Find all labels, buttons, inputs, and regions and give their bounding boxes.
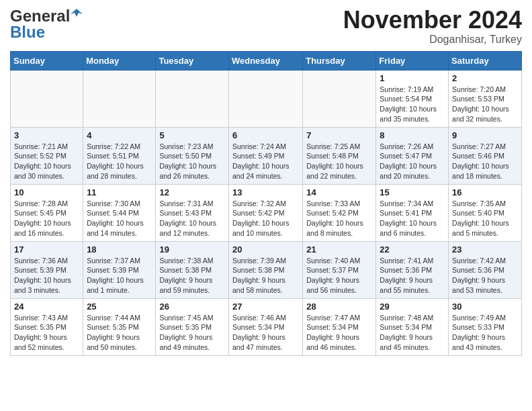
table-row: 17Sunrise: 7:36 AMSunset: 5:39 PMDayligh… xyxy=(11,241,83,298)
table-row xyxy=(228,70,302,127)
day-info: Sunrise: 7:25 AMSunset: 5:48 PMDaylight:… xyxy=(306,142,372,181)
day-info: Sunrise: 7:42 AMSunset: 5:36 PMDaylight:… xyxy=(452,256,518,295)
day-info: Sunrise: 7:24 AMSunset: 5:49 PMDaylight:… xyxy=(232,142,299,181)
table-row: 18Sunrise: 7:37 AMSunset: 5:39 PMDayligh… xyxy=(83,241,156,298)
table-row: 5Sunrise: 7:23 AMSunset: 5:50 PMDaylight… xyxy=(156,127,229,184)
day-info: Sunrise: 7:30 AMSunset: 5:44 PMDaylight:… xyxy=(87,199,152,238)
day-info: Sunrise: 7:43 AMSunset: 5:35 PMDaylight:… xyxy=(14,313,79,353)
day-number: 22 xyxy=(380,244,445,255)
day-number: 8 xyxy=(380,130,445,140)
day-number: 15 xyxy=(380,187,445,197)
day-info: Sunrise: 7:26 AMSunset: 5:47 PMDaylight:… xyxy=(380,142,445,181)
table-row xyxy=(156,70,229,127)
day-number: 24 xyxy=(14,302,79,312)
table-row: 3Sunrise: 7:21 AMSunset: 5:52 PMDaylight… xyxy=(11,127,83,184)
day-info: Sunrise: 7:41 AMSunset: 5:36 PMDaylight:… xyxy=(380,256,445,295)
table-row: 21Sunrise: 7:40 AMSunset: 5:37 PMDayligh… xyxy=(303,241,376,298)
calendar-week-row: 3Sunrise: 7:21 AMSunset: 5:52 PMDaylight… xyxy=(11,127,522,184)
page: General Blue November 2024 Doganhisar, T… xyxy=(0,0,532,366)
day-number: 18 xyxy=(87,244,152,255)
day-info: Sunrise: 7:27 AMSunset: 5:46 PMDaylight:… xyxy=(452,142,518,181)
day-number: 2 xyxy=(452,73,518,83)
day-number: 1 xyxy=(380,73,445,83)
table-row: 4Sunrise: 7:22 AMSunset: 5:51 PMDaylight… xyxy=(83,127,156,184)
title-block: November 2024 Doganhisar, Turkey xyxy=(343,7,522,46)
location-subtitle: Doganhisar, Turkey xyxy=(343,34,522,46)
day-number: 30 xyxy=(452,302,518,312)
table-row: 11Sunrise: 7:30 AMSunset: 5:44 PMDayligh… xyxy=(83,184,156,241)
day-number: 16 xyxy=(452,187,518,197)
table-row: 28Sunrise: 7:47 AMSunset: 5:34 PMDayligh… xyxy=(303,298,376,355)
day-info: Sunrise: 7:38 AMSunset: 5:38 PMDaylight:… xyxy=(159,256,225,295)
header-wednesday: Wednesday xyxy=(228,51,302,70)
calendar: Sunday Monday Tuesday Wednesday Thursday… xyxy=(10,51,522,356)
header-tuesday: Tuesday xyxy=(156,51,229,70)
day-number: 19 xyxy=(159,244,225,255)
day-info: Sunrise: 7:44 AMSunset: 5:35 PMDaylight:… xyxy=(87,313,152,353)
table-row: 2Sunrise: 7:20 AMSunset: 5:53 PMDaylight… xyxy=(449,70,522,127)
table-row: 25Sunrise: 7:44 AMSunset: 5:35 PMDayligh… xyxy=(83,298,156,355)
table-row: 29Sunrise: 7:48 AMSunset: 5:34 PMDayligh… xyxy=(376,298,449,355)
day-info: Sunrise: 7:40 AMSunset: 5:37 PMDaylight:… xyxy=(306,256,372,295)
day-number: 28 xyxy=(306,302,372,312)
svg-marker-0 xyxy=(71,9,83,17)
day-number: 26 xyxy=(159,302,225,312)
day-info: Sunrise: 7:23 AMSunset: 5:50 PMDaylight:… xyxy=(159,142,225,181)
day-info: Sunrise: 7:35 AMSunset: 5:40 PMDaylight:… xyxy=(452,199,518,238)
day-info: Sunrise: 7:21 AMSunset: 5:52 PMDaylight:… xyxy=(14,142,79,181)
weekday-header-row: Sunday Monday Tuesday Wednesday Thursday… xyxy=(11,51,522,70)
table-row: 7Sunrise: 7:25 AMSunset: 5:48 PMDaylight… xyxy=(303,127,376,184)
table-row: 6Sunrise: 7:24 AMSunset: 5:49 PMDaylight… xyxy=(228,127,302,184)
calendar-week-row: 1Sunrise: 7:19 AMSunset: 5:54 PMDaylight… xyxy=(11,70,522,127)
header: General Blue November 2024 Doganhisar, T… xyxy=(10,7,522,46)
day-number: 3 xyxy=(14,130,79,140)
table-row: 1Sunrise: 7:19 AMSunset: 5:54 PMDaylight… xyxy=(376,70,449,127)
day-number: 25 xyxy=(87,302,152,312)
table-row: 13Sunrise: 7:32 AMSunset: 5:42 PMDayligh… xyxy=(228,184,302,241)
day-info: Sunrise: 7:49 AMSunset: 5:33 PMDaylight:… xyxy=(452,313,518,353)
calendar-week-row: 10Sunrise: 7:28 AMSunset: 5:45 PMDayligh… xyxy=(11,184,522,241)
day-number: 13 xyxy=(232,187,299,197)
day-info: Sunrise: 7:34 AMSunset: 5:41 PMDaylight:… xyxy=(380,199,445,238)
day-number: 20 xyxy=(232,244,299,255)
table-row xyxy=(83,70,156,127)
day-number: 10 xyxy=(14,187,79,197)
table-row: 26Sunrise: 7:45 AMSunset: 5:35 PMDayligh… xyxy=(156,298,229,355)
day-info: Sunrise: 7:46 AMSunset: 5:34 PMDaylight:… xyxy=(232,313,299,353)
day-info: Sunrise: 7:20 AMSunset: 5:53 PMDaylight:… xyxy=(452,85,518,124)
day-info: Sunrise: 7:19 AMSunset: 5:54 PMDaylight:… xyxy=(380,85,445,124)
day-info: Sunrise: 7:48 AMSunset: 5:34 PMDaylight:… xyxy=(380,313,445,353)
day-info: Sunrise: 7:31 AMSunset: 5:43 PMDaylight:… xyxy=(159,199,225,238)
table-row: 8Sunrise: 7:26 AMSunset: 5:47 PMDaylight… xyxy=(376,127,449,184)
day-number: 21 xyxy=(306,244,372,255)
calendar-week-row: 17Sunrise: 7:36 AMSunset: 5:39 PMDayligh… xyxy=(11,241,522,298)
table-row: 22Sunrise: 7:41 AMSunset: 5:36 PMDayligh… xyxy=(376,241,449,298)
day-number: 12 xyxy=(159,187,225,197)
table-row xyxy=(303,70,376,127)
day-info: Sunrise: 7:45 AMSunset: 5:35 PMDaylight:… xyxy=(159,313,225,353)
day-number: 17 xyxy=(14,244,79,255)
table-row: 19Sunrise: 7:38 AMSunset: 5:38 PMDayligh… xyxy=(156,241,229,298)
header-saturday: Saturday xyxy=(449,51,522,70)
header-sunday: Sunday xyxy=(11,51,83,70)
day-info: Sunrise: 7:36 AMSunset: 5:39 PMDaylight:… xyxy=(14,256,79,295)
day-number: 9 xyxy=(452,130,518,140)
day-info: Sunrise: 7:47 AMSunset: 5:34 PMDaylight:… xyxy=(306,313,372,353)
logo-blue: Blue xyxy=(10,23,45,42)
day-number: 14 xyxy=(306,187,372,197)
calendar-week-row: 24Sunrise: 7:43 AMSunset: 5:35 PMDayligh… xyxy=(11,298,522,355)
day-number: 23 xyxy=(452,244,518,255)
month-title: November 2024 xyxy=(343,7,522,34)
day-info: Sunrise: 7:33 AMSunset: 5:42 PMDaylight:… xyxy=(306,199,372,238)
day-info: Sunrise: 7:32 AMSunset: 5:42 PMDaylight:… xyxy=(232,199,299,238)
table-row: 10Sunrise: 7:28 AMSunset: 5:45 PMDayligh… xyxy=(11,184,83,241)
day-number: 6 xyxy=(232,130,299,140)
day-info: Sunrise: 7:39 AMSunset: 5:38 PMDaylight:… xyxy=(232,256,299,295)
table-row xyxy=(11,70,83,127)
table-row: 14Sunrise: 7:33 AMSunset: 5:42 PMDayligh… xyxy=(303,184,376,241)
table-row: 27Sunrise: 7:46 AMSunset: 5:34 PMDayligh… xyxy=(228,298,302,355)
table-row: 16Sunrise: 7:35 AMSunset: 5:40 PMDayligh… xyxy=(449,184,522,241)
day-info: Sunrise: 7:37 AMSunset: 5:39 PMDaylight:… xyxy=(87,256,152,295)
table-row: 15Sunrise: 7:34 AMSunset: 5:41 PMDayligh… xyxy=(376,184,449,241)
day-number: 5 xyxy=(159,130,225,140)
